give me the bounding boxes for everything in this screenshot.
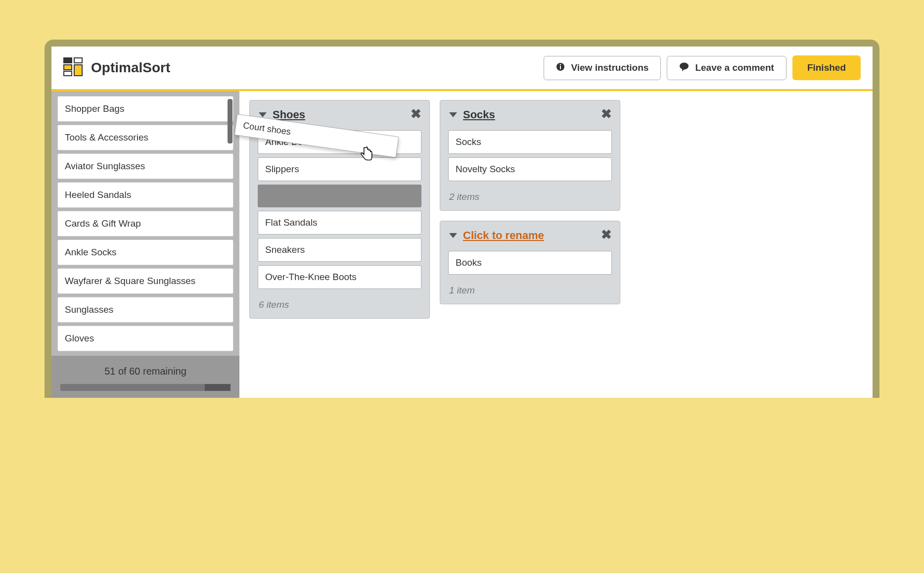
- finished-label: Finished: [807, 62, 846, 73]
- view-instructions-button[interactable]: View instructions: [544, 56, 661, 80]
- unsorted-card-list[interactable]: Shopper Bags Tools & Accessories Aviator…: [57, 96, 233, 356]
- category-column: Shoes ✖ Ankle Boots Slippers Court shoes: [249, 100, 430, 319]
- list-item[interactable]: Sunglasses: [57, 297, 233, 323]
- list-item[interactable]: Wayfarer & Square Sunglasses: [57, 268, 233, 294]
- cursor-icon: [360, 145, 373, 163]
- list-item[interactable]: Gloves: [57, 326, 233, 351]
- list-item[interactable]: Ankle Socks: [57, 239, 233, 265]
- category-card[interactable]: Flat Sandals: [258, 211, 421, 235]
- category-socks[interactable]: Socks ✖ Socks Novelty Socks 2 items: [440, 100, 620, 211]
- leave-comment-label: Leave a comment: [695, 62, 774, 73]
- list-item[interactable]: Cards & Gift Wrap: [57, 211, 233, 237]
- brand-name: OptimalSort: [91, 60, 170, 76]
- sidebar: Shopper Bags Tools & Accessories Aviator…: [51, 91, 239, 398]
- svg-rect-1: [64, 65, 72, 70]
- category-header: Click to rename ✖: [440, 221, 620, 249]
- svg-rect-0: [64, 58, 72, 63]
- category-title-rename[interactable]: Click to rename: [463, 229, 544, 242]
- category-body[interactable]: Socks Novelty Socks: [440, 128, 620, 187]
- progress-fill: [205, 384, 231, 391]
- comment-icon: [679, 62, 689, 74]
- svg-point-7: [560, 64, 561, 65]
- svg-rect-2: [64, 71, 72, 76]
- category-card[interactable]: Novelty Socks: [448, 157, 612, 181]
- dragging-card-label: Court shoes: [242, 120, 291, 137]
- inner-window: OptimalSort View instructions Leave a co…: [51, 47, 873, 398]
- categories-area[interactable]: Shoes ✖ Ankle Boots Slippers Court shoes: [239, 91, 873, 398]
- collapse-icon[interactable]: [449, 112, 457, 117]
- category-unnamed[interactable]: Click to rename ✖ Books 1 item: [440, 221, 620, 304]
- list-item[interactable]: Tools & Accessories: [57, 125, 233, 150]
- leave-comment-button[interactable]: Leave a comment: [667, 56, 786, 80]
- sidebar-footer: 51 of 60 remaining: [51, 356, 239, 398]
- workspace: Shopper Bags Tools & Accessories Aviator…: [51, 91, 873, 398]
- category-body[interactable]: Ankle Boots Slippers Court shoes: [250, 128, 429, 294]
- collapse-icon[interactable]: [449, 233, 457, 238]
- category-card[interactable]: Over-The-Knee Boots: [258, 265, 421, 289]
- brand: OptimalSort: [63, 57, 170, 78]
- logo-icon: [63, 57, 84, 78]
- category-column: Socks ✖ Socks Novelty Socks 2 items Clic…: [440, 100, 620, 304]
- category-card[interactable]: Sneakers: [258, 238, 421, 262]
- header: OptimalSort View instructions Leave a co…: [51, 47, 873, 91]
- category-shoes[interactable]: Shoes ✖ Ankle Boots Slippers Court shoes: [249, 100, 430, 319]
- close-icon[interactable]: ✖: [601, 228, 612, 241]
- list-item[interactable]: Heeled Sandals: [57, 182, 233, 208]
- finished-button[interactable]: Finished: [792, 55, 861, 80]
- svg-point-8: [680, 62, 689, 69]
- category-title[interactable]: Socks: [463, 108, 495, 121]
- item-count: 2 items: [440, 187, 620, 210]
- close-icon[interactable]: ✖: [601, 107, 612, 120]
- category-card[interactable]: Socks: [448, 130, 612, 154]
- category-card[interactable]: Slippers: [258, 157, 421, 181]
- scrollbar-thumb[interactable]: [228, 99, 232, 143]
- list-item[interactable]: Aviator Sunglasses: [57, 153, 233, 179]
- header-actions: View instructions Leave a comment Finish…: [544, 55, 861, 80]
- view-instructions-label: View instructions: [571, 62, 648, 73]
- category-header: Socks ✖: [440, 100, 620, 128]
- item-count: 1 item: [440, 280, 620, 304]
- svg-rect-4: [74, 65, 82, 76]
- item-count: 6 items: [250, 294, 429, 318]
- remaining-count: 51 of 60 remaining: [60, 366, 231, 377]
- progress-bar: [60, 384, 231, 391]
- close-icon[interactable]: ✖: [411, 107, 421, 120]
- info-icon: [556, 62, 565, 74]
- collapse-icon[interactable]: [259, 112, 267, 117]
- app-window: OptimalSort View instructions Leave a co…: [45, 40, 879, 398]
- svg-rect-3: [74, 58, 82, 63]
- svg-rect-6: [560, 66, 561, 69]
- list-item[interactable]: Shopper Bags: [57, 96, 233, 122]
- category-card[interactable]: Books: [448, 251, 612, 275]
- drop-placeholder: Court shoes: [258, 185, 421, 207]
- category-body[interactable]: Books: [440, 249, 620, 280]
